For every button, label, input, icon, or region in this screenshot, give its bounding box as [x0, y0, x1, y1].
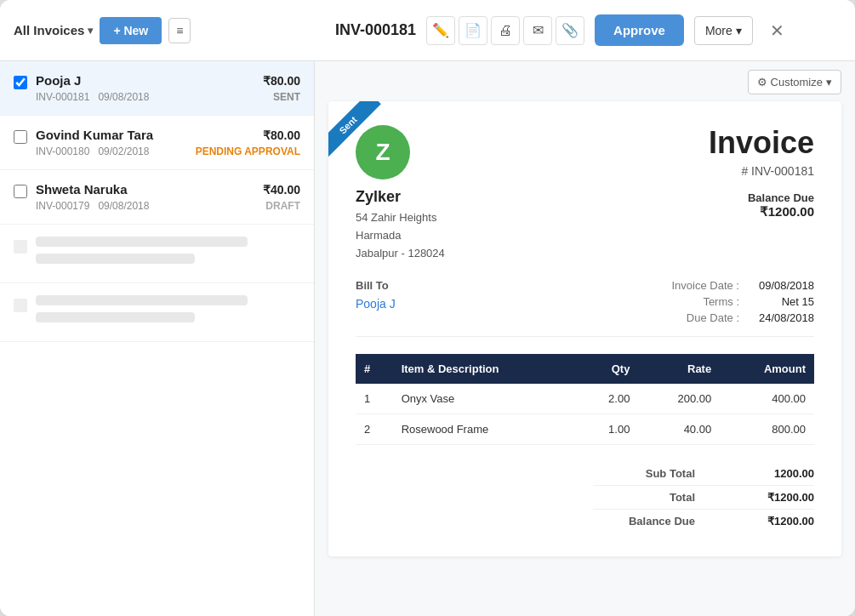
customize-label: Customize	[771, 76, 823, 88]
invoice-number: INV-000181	[36, 91, 89, 103]
table-row: 2 Rosewood Frame 1.00 40.00 800.00	[356, 414, 814, 445]
list-item-placeholder	[0, 225, 314, 283]
address-line2: Harmada	[356, 227, 445, 245]
toolbar-icons: ✏️ 📄 🖨 ✉ 📎	[426, 16, 584, 45]
col-header-item: Item & Description	[393, 354, 577, 384]
invoice-card: Sent Z Zylker 54 Zahir Heights Harmada J…	[328, 101, 841, 556]
invoice-item-status: PENDING APPROVAL	[196, 145, 300, 157]
subtotal-label: Sub Total	[593, 467, 695, 480]
placeholder-line	[36, 237, 248, 247]
col-header-amount: Amount	[720, 354, 814, 384]
invoice-checkbox[interactable]	[14, 130, 27, 144]
list-item[interactable]: Pooja J ₹80.00 INV-000181 09/08/2018 SEN…	[0, 61, 314, 116]
balance-value: ₹1200.00	[746, 515, 814, 528]
placeholder-body	[36, 295, 300, 329]
placeholder-checkbox	[14, 299, 27, 312]
row-qty: 1.00	[577, 414, 639, 445]
placeholder-line	[36, 254, 195, 264]
dates-section: Invoice Date : 09/08/2018 Terms : Net 15…	[646, 279, 814, 328]
invoice-checkbox[interactable]	[14, 76, 27, 89]
invoice-item-meta: INV-000181 09/08/2018	[36, 91, 149, 103]
new-button[interactable]: + New	[100, 17, 162, 44]
email-icon: ✉	[533, 22, 544, 38]
row-rate: 200.00	[638, 384, 720, 414]
invoice-title: Invoice	[709, 125, 814, 161]
main-content: Pooja J ₹80.00 INV-000181 09/08/2018 SEN…	[0, 61, 855, 616]
attach-button[interactable]: 📎	[556, 16, 584, 45]
invoice-item-row2: INV-000181 09/08/2018 SENT	[36, 91, 300, 103]
balance-label: Balance Due	[593, 515, 695, 528]
invoice-item-name: Pooja J	[36, 73, 81, 88]
approve-button[interactable]: Approve	[595, 14, 684, 46]
subtotal-value: 1200.00	[746, 467, 814, 480]
left-section: All Invoices ▾ + New ≡	[14, 17, 328, 44]
terms-label: Terms :	[646, 295, 739, 308]
edit-icon: ✏️	[432, 22, 449, 38]
row-num: 2	[356, 414, 393, 445]
hamburger-button[interactable]: ≡	[168, 18, 191, 43]
invoice-item-amount: ₹80.00	[263, 128, 300, 142]
all-invoices-dropdown[interactable]: All Invoices ▾	[14, 23, 93, 37]
balance-due-amount: ₹1200.00	[709, 204, 814, 220]
invoice-date-label: Invoice Date :	[646, 279, 739, 292]
invoice-list: Pooja J ₹80.00 INV-000181 09/08/2018 SEN…	[0, 61, 315, 616]
edit-button[interactable]: ✏️	[426, 16, 455, 45]
close-button[interactable]: ✕	[763, 17, 791, 44]
company-address: 54 Zahir Heights Harmada Jabalpur - 1280…	[356, 209, 445, 262]
totals-row-subtotal: Sub Total 1200.00	[593, 462, 814, 486]
invoice-item-row1: Govind Kumar Tara ₹80.00	[36, 128, 300, 142]
hamburger-icon: ≡	[176, 24, 183, 37]
row-amount: 400.00	[720, 384, 814, 414]
bill-to-section: Bill To Pooja J	[356, 279, 396, 328]
pdf-button[interactable]: 📄	[459, 16, 487, 45]
invoice-number-label: # INV-000181	[709, 164, 814, 178]
invoice-item-meta: INV-000180 09/02/2018	[36, 145, 149, 157]
row-rate: 40.00	[638, 414, 720, 445]
list-item[interactable]: Shweta Naruka ₹40.00 INV-000179 09/08/20…	[0, 170, 314, 225]
new-button-label: + New	[113, 24, 148, 37]
invoice-item-row1: Shweta Naruka ₹40.00	[36, 182, 300, 197]
terms-value: Net 15	[746, 295, 814, 308]
invoice-date-value: 09/08/2018	[746, 279, 814, 292]
top-bar: All Invoices ▾ + New ≡ INV-000181 ✏️ 📄 🖨	[0, 0, 855, 61]
bill-dates-row: Bill To Pooja J Invoice Date : 09/08/201…	[356, 279, 814, 337]
invoice-checkbox[interactable]	[14, 185, 27, 198]
list-item-placeholder	[0, 283, 314, 342]
address-line3: Jabalpur - 128024	[356, 245, 445, 263]
invoice-id: INV-000181	[335, 21, 416, 39]
invoice-item-status: DRAFT	[265, 200, 300, 212]
customize-button[interactable]: ⚙ Customize ▾	[748, 70, 841, 94]
all-invoices-label: All Invoices	[14, 23, 84, 37]
invoice-detail: ☞ ⚙ Customize ▾ Sent Z	[315, 61, 855, 616]
email-button[interactable]: ✉	[523, 16, 552, 45]
gear-icon: ⚙	[757, 76, 767, 88]
invoice-item-body: Pooja J ₹80.00 INV-000181 09/08/2018 SEN…	[36, 73, 300, 103]
balance-due-label: Balance Due	[709, 191, 814, 204]
invoice-item-row2: INV-000179 09/08/2018 DRAFT	[36, 200, 300, 212]
placeholder-line	[36, 295, 248, 305]
row-num: 1	[356, 384, 393, 414]
row-amount: 800.00	[720, 414, 814, 445]
col-header-rate: Rate	[638, 354, 720, 384]
invoice-item-name: Shweta Naruka	[36, 182, 128, 197]
print-button[interactable]: 🖨	[491, 16, 520, 45]
total-label: Total	[593, 491, 695, 504]
invoice-item-body: Govind Kumar Tara ₹80.00 INV-000180 09/0…	[36, 128, 300, 157]
date-row-terms: Terms : Net 15	[646, 295, 814, 308]
row-item: Rosewood Frame	[393, 414, 577, 445]
dropdown-arrow-icon: ▾	[88, 25, 93, 37]
invoice-item-row1: Pooja J ₹80.00	[36, 73, 300, 88]
more-button[interactable]: More ▾	[694, 16, 753, 45]
bill-to-name[interactable]: Pooja J	[356, 297, 396, 311]
totals-row-balance: Balance Due ₹1200.00	[593, 510, 814, 533]
more-dropdown-arrow-icon: ▾	[736, 24, 742, 37]
invoice-header-row: Z Zylker 54 Zahir Heights Harmada Jabalp…	[356, 125, 814, 262]
totals-section: Sub Total 1200.00 Total ₹1200.00 Balance…	[356, 462, 814, 533]
invoice-date: 09/08/2018	[98, 91, 149, 103]
invoice-item-status: SENT	[273, 91, 300, 103]
list-item[interactable]: Govind Kumar Tara ₹80.00 INV-000180 09/0…	[0, 116, 314, 170]
invoice-number: INV-000179	[36, 200, 89, 212]
invoice-item-row2: INV-000180 09/02/2018 PENDING APPROVAL	[36, 145, 300, 157]
invoice-item-name: Govind Kumar Tara	[36, 128, 153, 142]
row-qty: 2.00	[577, 384, 639, 414]
